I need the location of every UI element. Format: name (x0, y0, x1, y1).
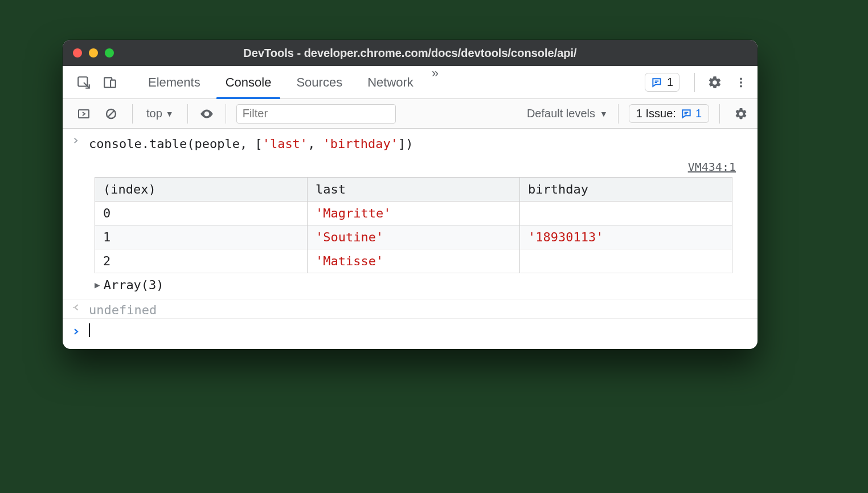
return-value: undefined (89, 303, 157, 317)
console-prompt-row[interactable] (63, 319, 758, 349)
tab-sources[interactable]: Sources (284, 66, 355, 99)
separator (132, 104, 133, 124)
tab-label: Elements (148, 75, 200, 90)
return-value-row: undefined (63, 299, 758, 319)
execution-context-select[interactable]: top ▼ (143, 107, 177, 120)
table-row[interactable]: 0'Magritte' (95, 202, 732, 225)
svg-point-8 (73, 307, 74, 308)
console-table: (index) last birthday 0'Magritte'1'Souti… (95, 177, 732, 273)
chat-icon (681, 108, 692, 120)
chevron-down-icon: ▼ (166, 109, 174, 118)
tab-label: Sources (296, 75, 342, 90)
traffic-lights (73, 48, 114, 57)
window-close-button[interactable] (73, 48, 82, 57)
separator (618, 104, 619, 124)
devtools-tabbar: Elements Console Sources Network » 1 (63, 66, 758, 99)
tab-label: Console (226, 75, 272, 90)
console-input-echo-row: console.table(people, ['last', 'birthday… (63, 129, 758, 152)
separator (187, 104, 188, 124)
svg-point-4 (740, 81, 742, 83)
separator (694, 73, 695, 92)
chat-icon (651, 77, 662, 88)
separator (719, 104, 720, 124)
prompt-chevron-icon (72, 327, 81, 336)
cell-index: 2 (95, 249, 308, 273)
table-header-last[interactable]: last (308, 178, 520, 202)
window-zoom-button[interactable] (105, 48, 114, 57)
titlebar: DevTools - developer.chrome.com/docs/dev… (63, 40, 758, 66)
cell-last: 'Magritte' (308, 202, 520, 225)
console-input[interactable] (89, 323, 90, 340)
inspect-element-icon[interactable] (73, 72, 95, 93)
kebab-menu-icon[interactable] (730, 72, 752, 93)
chevron-down-icon: ▼ (600, 109, 608, 118)
svg-rect-6 (79, 110, 89, 118)
console-output: console.table(people, ['last', 'birthday… (63, 129, 758, 349)
console-toolbar: top ▼ Default levels ▼ 1 Issue: (63, 99, 758, 129)
levels-label: Default levels (527, 107, 595, 120)
separator (226, 104, 226, 124)
table-header-birthday[interactable]: birthday (520, 178, 732, 202)
array-expander-label: Array(3) (104, 278, 164, 292)
return-chevron-icon (72, 303, 81, 312)
live-expression-eye-icon[interactable] (198, 105, 215, 122)
svg-rect-2 (110, 80, 116, 87)
toggle-sidebar-icon[interactable] (73, 103, 95, 125)
issues-count: 1 (667, 76, 673, 89)
window-title: DevTools - developer.chrome.com/docs/dev… (63, 47, 758, 60)
array-expander[interactable]: ▶ Array(3) (95, 278, 748, 292)
disclosure-triangle-icon: ▶ (95, 280, 100, 290)
tab-elements[interactable]: Elements (136, 66, 213, 99)
device-toolbar-icon[interactable] (99, 72, 121, 93)
table-row[interactable]: 2'Matisse' (95, 249, 732, 273)
cell-index: 1 (95, 225, 308, 249)
text-caret (89, 323, 90, 337)
issues-box[interactable]: 1 Issue: 1 (629, 104, 709, 123)
settings-gear-icon[interactable] (704, 72, 726, 93)
table-header-index[interactable]: (index) (95, 178, 308, 202)
console-input-code[interactable]: console.table(people, ['last', 'birthday… (89, 137, 413, 151)
cell-last: 'Matisse' (308, 249, 520, 273)
tab-network[interactable]: Network (355, 66, 426, 99)
table-row[interactable]: 1'Soutine''18930113' (95, 225, 732, 249)
tabs-overflow-icon[interactable]: » (426, 66, 444, 99)
filter-input[interactable] (236, 104, 396, 124)
window-minimize-button[interactable] (89, 48, 98, 57)
source-link[interactable]: VM434:1 (95, 160, 748, 174)
devtools-window: DevTools - developer.chrome.com/docs/dev… (63, 40, 758, 349)
panel-tabs: Elements Console Sources Network » (136, 66, 444, 99)
issues-count: 1 (695, 107, 702, 120)
cell-birthday (520, 202, 732, 225)
issues-pill[interactable]: 1 (645, 73, 679, 92)
table-header-row: (index) last birthday (95, 178, 732, 202)
cell-last: 'Soutine' (308, 225, 520, 249)
tab-console[interactable]: Console (213, 66, 284, 99)
console-table-output: VM434:1 (index) last birthday 0'Magritte… (63, 160, 758, 299)
log-levels-select[interactable]: Default levels ▼ (527, 107, 608, 120)
cell-index: 0 (95, 202, 308, 225)
console-settings-gear-icon[interactable] (730, 103, 752, 125)
issues-prefix: 1 Issue: (636, 107, 676, 120)
cell-birthday: '18930113' (520, 225, 732, 249)
clear-console-icon[interactable] (100, 103, 122, 125)
cell-birthday (520, 249, 732, 273)
tab-label: Network (367, 75, 413, 90)
context-label: top (146, 107, 162, 120)
input-chevron-icon (72, 137, 81, 145)
svg-point-3 (740, 77, 742, 80)
svg-point-5 (740, 85, 742, 87)
